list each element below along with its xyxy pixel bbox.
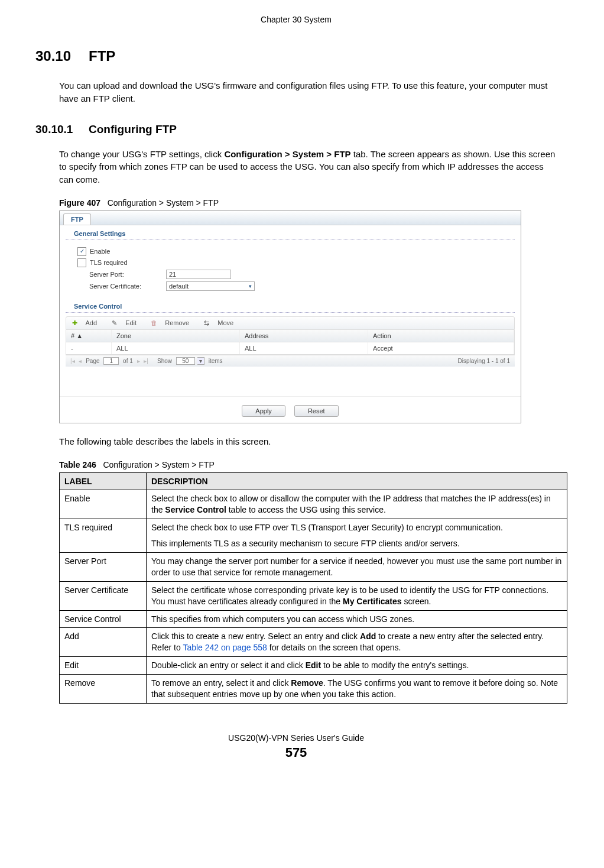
show-label: Show xyxy=(157,358,172,364)
page-input[interactable]: 1 xyxy=(103,357,119,365)
bold-text: Remove xyxy=(291,678,323,688)
page-of: of 1 xyxy=(123,358,133,364)
bold-text: My Certificates xyxy=(343,597,402,606)
table-row: Add Click this to create a new entry. Se… xyxy=(60,628,567,657)
add-button[interactable]: ✚ Add xyxy=(71,319,103,326)
section-title: FTP xyxy=(89,48,115,64)
cell-label: Remove xyxy=(60,675,147,704)
table-caption-text: Configuration > System > FTP xyxy=(103,460,214,469)
tab-bar: FTP xyxy=(60,211,521,225)
server-port-input[interactable]: 21 xyxy=(166,270,231,279)
cell-label: Server Port xyxy=(60,552,147,581)
text-fragment: to be able to modify the entry's setting… xyxy=(321,660,469,670)
breadcrumb-path: Configuration > System > FTP xyxy=(224,149,350,159)
cell-label: Edit xyxy=(60,657,147,675)
table-intro: The following table describes the labels… xyxy=(59,435,557,448)
figure-label: Figure 407 xyxy=(59,198,100,208)
screenshot-container: FTP General Settings ✓ Enable TLS requir… xyxy=(59,210,521,423)
figure-caption-text: Configuration > System > FTP xyxy=(108,198,219,208)
server-port-label: Server Port: xyxy=(89,271,166,278)
table-row: Remove To remove an entry, select it and… xyxy=(60,675,567,704)
bold-text: Service Control xyxy=(165,505,226,514)
grid-header: # ▲ Zone Address Action xyxy=(66,330,514,342)
toolbar: ✚ Add ✎ Edit 🗑 Remove ⇆ Move xyxy=(66,316,515,330)
cell-action: Accept xyxy=(368,342,514,354)
grid: # ▲ Zone Address Action - ALL ALL Accept xyxy=(66,330,515,355)
table-row: Server Certificate Select the certificat… xyxy=(60,581,567,610)
page-footer: USG20(W)-VPN Series User's Guide 575 xyxy=(35,733,557,760)
text-fragment: table to access the USG using this servi… xyxy=(226,505,386,514)
cell-desc: Select the check box to allow or disallo… xyxy=(147,490,567,519)
cell-desc: You may change the server port number fo… xyxy=(147,552,567,581)
remove-label: Remove xyxy=(165,319,189,326)
edit-label: Edit xyxy=(125,319,137,326)
edit-button[interactable]: ✎ Edit xyxy=(111,319,142,326)
first-page-icon[interactable]: |◂ xyxy=(70,358,75,364)
cell-desc: Select the check box to use FTP over TLS… xyxy=(147,519,567,553)
apply-button[interactable]: Apply xyxy=(242,405,285,417)
col-num[interactable]: # ▲ xyxy=(66,330,112,342)
cell-label: TLS required xyxy=(60,519,147,553)
prev-page-icon[interactable]: ◂ xyxy=(79,358,82,364)
table-row[interactable]: - ALL ALL Accept xyxy=(66,342,514,354)
chevron-down-icon[interactable]: ▾ xyxy=(197,357,204,365)
service-control-label: Service Control xyxy=(66,298,515,313)
move-button[interactable]: ⇆ Move xyxy=(203,319,239,326)
add-label: Add xyxy=(85,319,97,326)
cell-label: Service Control xyxy=(60,610,147,628)
subsection-intro: To change your USG's FTP settings, click… xyxy=(59,148,557,186)
text-fragment: To change your USG's FTP settings, click xyxy=(59,149,224,159)
section-intro: You can upload and download the USG's fi… xyxy=(59,79,557,105)
pencil-icon: ✎ xyxy=(111,319,118,327)
description-table: LABEL DESCRIPTION Enable Select the chec… xyxy=(59,472,567,704)
trash-icon: 🗑 xyxy=(150,319,157,326)
select-value: default xyxy=(169,283,189,290)
col-zone[interactable]: Zone xyxy=(112,330,240,342)
move-icon: ⇆ xyxy=(203,319,210,327)
table-caption: Table 246 Configuration > System > FTP xyxy=(59,460,557,469)
chapter-header: Chapter 30 System xyxy=(35,15,557,24)
text-fragment: To remove an entry, select it and click xyxy=(151,678,291,688)
col-action[interactable]: Action xyxy=(368,330,514,342)
enable-label: Enable xyxy=(90,248,110,255)
table-label: Table 246 xyxy=(59,460,96,469)
footer-guide: USG20(W)-VPN Series User's Guide xyxy=(35,733,557,743)
move-label: Move xyxy=(217,319,233,326)
th-label: LABEL xyxy=(60,472,147,490)
last-page-icon[interactable]: ▸| xyxy=(144,358,148,364)
table-row: TLS required Select the check box to use… xyxy=(60,519,567,553)
page-label: Page xyxy=(86,358,99,364)
general-settings-label: General Settings xyxy=(66,225,515,240)
display-info: Displaying 1 - 1 of 1 xyxy=(458,358,510,364)
cell-num: - xyxy=(66,342,112,354)
subsection-title: Configuring FTP xyxy=(89,123,177,135)
text-paragraph: This implements TLS as a security mechan… xyxy=(151,538,562,549)
reset-button[interactable]: Reset xyxy=(294,405,339,417)
server-cert-select[interactable]: default ▾ xyxy=(166,281,255,291)
tab-ftp[interactable]: FTP xyxy=(63,213,91,225)
text-paragraph: Select the check box to use FTP over TLS… xyxy=(151,522,562,533)
show-select[interactable]: 50 xyxy=(176,357,195,365)
th-desc: DESCRIPTION xyxy=(147,472,567,490)
remove-button[interactable]: 🗑 Remove xyxy=(150,319,195,326)
tls-checkbox[interactable] xyxy=(77,258,86,267)
text-fragment: Click this to create a new entry. Select… xyxy=(151,631,360,641)
enable-checkbox[interactable]: ✓ xyxy=(77,247,86,256)
cell-desc: Double-click an entry or select it and c… xyxy=(147,657,567,675)
cell-label: Server Certificate xyxy=(60,581,147,610)
cell-desc: This specifies from which computers you … xyxy=(147,610,567,628)
cell-desc: Select the certificate whose correspondi… xyxy=(147,581,567,610)
cross-reference-link[interactable]: Table 242 on page 558 xyxy=(183,643,267,652)
chevron-down-icon: ▾ xyxy=(249,283,252,289)
section-heading: 30.10FTP xyxy=(35,48,557,64)
subsection-number: 30.10.1 xyxy=(35,123,89,136)
pager: |◂ ◂ Page 1 of 1 ▸ ▸| Show 50▾ items Dis… xyxy=(66,355,515,367)
next-page-icon[interactable]: ▸ xyxy=(137,358,140,364)
table-row: Service Control This specifies from whic… xyxy=(60,610,567,628)
col-address[interactable]: Address xyxy=(240,330,368,342)
tls-label: TLS required xyxy=(90,259,128,266)
cell-label: Add xyxy=(60,628,147,657)
figure-caption: Figure 407 Configuration > System > FTP xyxy=(59,198,557,208)
cell-desc: To remove an entry, select it and click … xyxy=(147,675,567,704)
table-row: Server Port You may change the server po… xyxy=(60,552,567,581)
